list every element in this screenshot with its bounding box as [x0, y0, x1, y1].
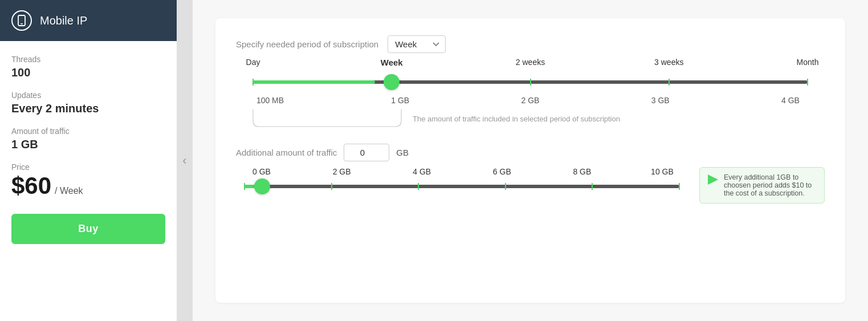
- add-label-2: 2 GB: [325, 167, 359, 176]
- add-tick-4: [592, 183, 593, 190]
- add-label-10: 10 GB: [645, 167, 679, 176]
- add-label-6: 6 GB: [485, 167, 519, 176]
- subscription-label: Specify needed period of subscription: [236, 39, 378, 49]
- add-tick-3: [505, 183, 506, 190]
- add-label-4: 4 GB: [405, 167, 439, 176]
- traffic-value: 1 GB: [11, 138, 165, 151]
- tick-3: [669, 79, 670, 86]
- val-3gb: 3 GB: [643, 96, 678, 105]
- app-title: Mobile IP: [40, 14, 87, 27]
- subscription-period-section: Specify needed period of subscription We…: [236, 35, 825, 128]
- additional-label: Additional amount of traffic: [236, 148, 337, 157]
- additional-slider-track[interactable]: [244, 176, 679, 197]
- info-box: Every additional 1GB to choosen period a…: [699, 167, 825, 204]
- price-field: Price $60 / Week: [11, 162, 165, 198]
- additional-top: Additional amount of traffic GB: [236, 144, 825, 161]
- additional-traffic-section: Additional amount of traffic GB 0 GB 2 G…: [236, 144, 825, 204]
- period-track-fill: [253, 80, 375, 84]
- period-slider-track[interactable]: [253, 72, 808, 92]
- svg-rect-1: [21, 23, 23, 25]
- add-tick-1: [331, 183, 332, 190]
- info-arrow-icon: [708, 174, 718, 185]
- additional-slider-labels: 0 GB 2 GB 4 GB 6 GB 8 GB 10 GB: [244, 167, 679, 176]
- updates-value: Every 2 minutes: [11, 102, 165, 115]
- period-slider-labels: Day Week 2 weeks 3 weeks Month: [236, 58, 825, 67]
- info-box-text: Every additional 1GB to choosen period a…: [724, 173, 816, 197]
- threads-field: Threads 100: [11, 55, 165, 79]
- additional-slider-thumb[interactable]: [254, 178, 270, 194]
- price-value: $60: [11, 174, 51, 198]
- price-label: Price: [11, 162, 165, 172]
- period-slider-values: 100 MB 1 GB 2 GB 3 GB 4 GB: [253, 96, 808, 105]
- period-slider-thumb[interactable]: [384, 74, 400, 90]
- tick-2: [530, 79, 531, 86]
- additional-track-bg: [244, 185, 679, 188]
- add-tick-2: [418, 183, 419, 190]
- main-content: Specify needed period of subscription We…: [193, 0, 868, 321]
- sidebar: Mobile IP Threads 100 Updates Every 2 mi…: [0, 0, 177, 321]
- traffic-bracket-svg: [247, 109, 407, 128]
- threads-label: Threads: [11, 55, 165, 64]
- label-3weeks: 3 weeks: [652, 58, 686, 67]
- val-4gb: 4 GB: [773, 96, 808, 105]
- bottom-row: 0 GB 2 GB 4 GB 6 GB 8 GB 10 GB: [236, 167, 825, 204]
- traffic-info: The amount of traffic included in select…: [247, 109, 825, 128]
- label-week: Week: [374, 58, 409, 67]
- mobile-ip-icon: [11, 10, 32, 31]
- val-100mb: 100 MB: [253, 96, 287, 105]
- add-label-8: 8 GB: [565, 167, 599, 176]
- tick-0: [252, 79, 254, 86]
- additional-unit: GB: [396, 148, 409, 157]
- val-2gb: 2 GB: [514, 96, 548, 105]
- additional-input[interactable]: [344, 144, 389, 161]
- price-row: $60 / Week: [11, 174, 165, 198]
- price-per: / Week: [55, 186, 83, 196]
- period-select[interactable]: Week Day 2 weeks 3 weeks Month: [388, 35, 446, 53]
- traffic-label: Amount of traffic: [11, 127, 165, 136]
- val-1gb: 1 GB: [383, 96, 417, 105]
- label-2weeks: 2 weeks: [514, 58, 548, 67]
- period-slider-section: Day Week 2 weeks 3 weeks Month: [236, 58, 825, 105]
- traffic-field: Amount of traffic 1 GB: [11, 127, 165, 151]
- updates-label: Updates: [11, 91, 165, 100]
- label-month: Month: [790, 58, 825, 67]
- sidebar-header: Mobile IP: [0, 0, 177, 41]
- tick-4: [807, 79, 808, 86]
- subscription-top: Specify needed period of subscription We…: [236, 35, 825, 53]
- add-tick-0: [244, 183, 245, 190]
- traffic-info-text: The amount of traffic included in select…: [413, 115, 620, 123]
- add-tick-5: [679, 183, 680, 190]
- updates-field: Updates Every 2 minutes: [11, 91, 165, 115]
- label-day: Day: [236, 58, 270, 67]
- add-label-0: 0 GB: [244, 167, 279, 176]
- additional-slider-area: 0 GB 2 GB 4 GB 6 GB 8 GB 10 GB: [236, 167, 688, 197]
- buy-button[interactable]: Buy: [11, 214, 165, 244]
- main-card: Specify needed period of subscription We…: [215, 18, 845, 303]
- chevron-divider[interactable]: [177, 0, 193, 321]
- threads-value: 100: [11, 66, 165, 79]
- sidebar-content: Threads 100 Updates Every 2 minutes Amou…: [0, 41, 177, 321]
